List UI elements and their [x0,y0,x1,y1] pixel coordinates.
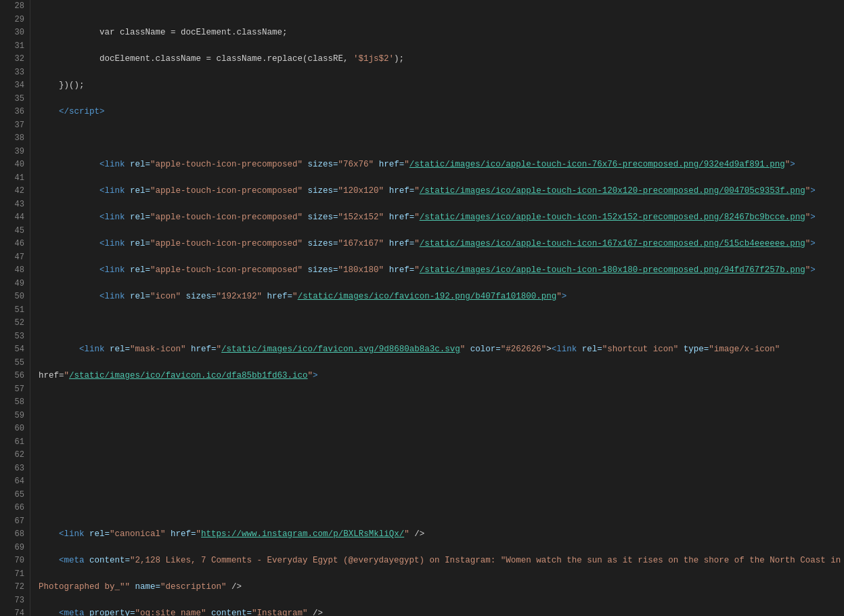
code-line-35: <link rel="apple-touch-icon-precomposed"… [39,211,844,225]
code-line-42 [39,422,844,436]
code-line-36: <link rel="apple-touch-icon-precomposed"… [39,238,844,251]
code-line-32 [39,132,844,146]
code-editor: 28 29 30 31 32 33 34 35 36 37 38 39 40 4… [0,0,844,616]
code-line-34: <link rel="apple-touch-icon-precomposed"… [39,185,844,198]
code-line-46: <link rel="canonical" href="https://www.… [39,528,844,542]
code-line-40: <link rel="mask-icon" href="/static/imag… [39,343,844,357]
code-line-29: docElement.className = className.replace… [39,53,844,66]
code-line-30: })(); [39,79,844,93]
code-line-45 [39,502,844,515]
code-line-38: <link rel="icon" sizes="192x192" href="/… [39,290,844,304]
code-line-37: <link rel="apple-touch-icon-precomposed"… [39,264,844,278]
code-line-48: <meta property="og:site_name" content="I… [39,607,844,616]
code-line-39 [39,317,844,330]
code-line-40b: href="/static/images/ico/favicon.ico/dfa… [39,370,844,383]
code-content[interactable]: var className = docElement.className; do… [30,0,844,616]
code-line-33: <link rel="apple-touch-icon-precomposed"… [39,158,844,172]
code-line-43 [39,449,844,462]
code-line-31: </script> [39,106,844,119]
code-line-47b: Photographed by_"" name="description" /> [39,581,844,594]
code-line-28: var className = docElement.className; [39,26,844,40]
code-line-47: <meta content="2,128 Likes, 7 Comments -… [39,554,844,568]
line-numbers: 28 29 30 31 32 33 34 35 36 37 38 39 40 4… [0,0,30,616]
code-line-41 [39,396,844,410]
code-line-44 [39,475,844,489]
